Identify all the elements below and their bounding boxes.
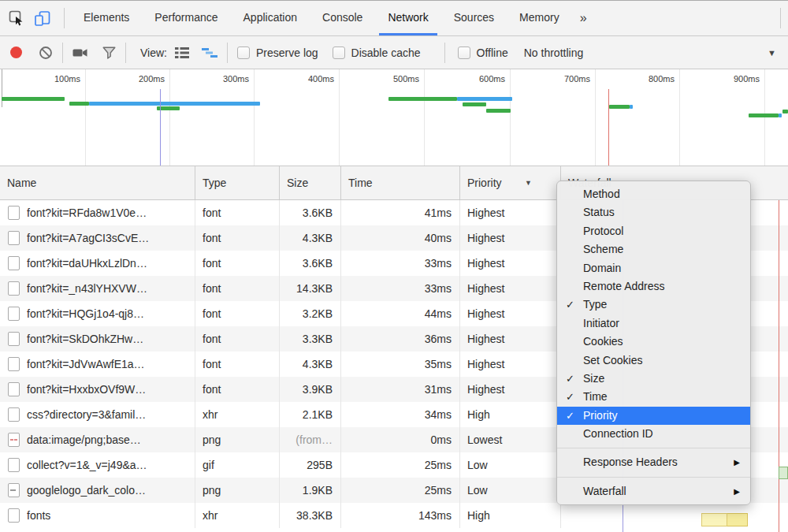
preserve-log-checkbox-group[interactable]: Preserve log [237, 47, 318, 59]
overview-gridline [510, 69, 511, 166]
menu-item-label: Waterfall [583, 485, 626, 497]
tab-elements[interactable]: Elements [71, 1, 142, 35]
overview-tick-label: 200ms [102, 74, 165, 84]
request-name-cell: googlelogo_dark_colo… [0, 478, 195, 503]
request-name: font?kit=RFda8w1V0e… [27, 206, 147, 219]
waterfall-bar-yellow [701, 513, 748, 526]
tab-console[interactable]: Console [310, 1, 375, 35]
overview-tick-label: 300ms [186, 74, 249, 84]
request-size-cell: 2.1KB [280, 402, 341, 427]
menu-item-label: Connection ID [583, 427, 653, 440]
menu-item-method[interactable]: Method [557, 185, 750, 203]
toolbar-divider [227, 43, 228, 63]
tab-memory[interactable]: Memory [507, 1, 572, 35]
request-name: font?kit=SkDOhkZHw… [27, 333, 143, 345]
overview-request-bar [388, 97, 457, 101]
capture-screenshots-icon[interactable] [72, 47, 88, 58]
record-button[interactable] [10, 47, 22, 58]
menu-item-label: Priority [583, 409, 618, 422]
overview-tick-label: 600ms [442, 74, 505, 84]
menu-item-time[interactable]: ✓Time [557, 388, 750, 406]
menu-item-priority[interactable]: ✓Priority [557, 407, 750, 425]
tab-network[interactable]: Network [375, 1, 440, 35]
menu-item-cookies[interactable]: Cookies [557, 333, 750, 351]
request-type-cell: font [195, 301, 280, 326]
toggle-device-toolbar-icon[interactable] [34, 9, 53, 28]
menu-item-protocol[interactable]: Protocol [557, 222, 750, 240]
tab-application[interactable]: Application [231, 1, 310, 35]
column-header-size[interactable]: Size [280, 166, 341, 199]
request-type-cell: font [195, 251, 280, 276]
overview-request-bar [457, 97, 512, 101]
overview-purple-marker [160, 89, 161, 166]
toolbar-divider [125, 43, 126, 63]
overview-tick-label: 500ms [356, 74, 419, 84]
request-name: googlelogo_dark_colo… [27, 484, 146, 497]
menu-item-initiator[interactable]: Initiator [557, 314, 750, 333]
menu-item-remote-address[interactable]: Remote Address [557, 277, 750, 296]
overview-tick-label: 400ms [271, 74, 334, 84]
chevron-down-icon[interactable]: ▼ [768, 48, 776, 58]
preserve-log-checkbox[interactable] [237, 47, 250, 59]
request-name: data:image/png;base… [27, 433, 141, 446]
menu-item-size[interactable]: ✓Size [557, 370, 750, 388]
request-type-cell: font [195, 377, 280, 402]
request-size-cell: (from… [280, 427, 341, 452]
column-header-name[interactable]: Name [0, 166, 195, 199]
list-view-icon[interactable] [175, 47, 189, 59]
waterfall-bar-green [779, 467, 788, 479]
request-size-cell: 3.9KB [280, 377, 341, 402]
tab-sources[interactable]: Sources [441, 1, 507, 35]
filter-icon[interactable] [102, 47, 116, 59]
throttling-select[interactable]: No throttling [524, 47, 583, 59]
menu-separator [557, 448, 750, 448]
column-header-type[interactable]: Type [195, 166, 280, 199]
request-row-fonts[interactable]: fontsxhr38.3KB143msHigh [0, 503, 788, 528]
menu-item-label: Set Cookies [583, 354, 642, 366]
tab-performance[interactable]: Performance [142, 1, 230, 35]
menu-item-status[interactable]: Status [557, 203, 750, 221]
offline-checkbox[interactable] [458, 47, 470, 59]
request-time-cell: 25ms [341, 478, 460, 503]
header-context-menu: MethodStatusProtocolSchemeDomainRemote A… [556, 180, 751, 505]
network-overview-timeline[interactable]: 100ms200ms300ms400ms500ms600ms700ms800ms… [0, 69, 788, 166]
column-header-time[interactable]: Time [341, 166, 460, 199]
request-time-cell: 44ms [341, 301, 460, 326]
request-size-cell: 38.3KB [280, 503, 341, 528]
request-name: font?kit=A7agCI3sCvE… [27, 232, 149, 244]
menu-item-domain[interactable]: Domain [557, 259, 750, 277]
column-header-priority[interactable]: Priority▼ [460, 166, 561, 199]
menu-item-response-headers[interactable]: Response Headers▶ [557, 453, 750, 471]
overview-origin-line [2, 69, 2, 107]
devtools-window: ElementsPerformanceApplicationConsoleNet… [0, 0, 788, 532]
file-type-icon [8, 407, 20, 422]
load-event-line [779, 200, 779, 532]
clear-icon[interactable] [39, 46, 53, 60]
menu-item-set-cookies[interactable]: Set Cookies [557, 352, 750, 370]
request-priority-cell: High [460, 503, 561, 528]
column-header-label: Name [7, 177, 36, 189]
menu-item-scheme[interactable]: Scheme [557, 240, 750, 259]
request-size-cell: 1.9KB [280, 478, 341, 503]
menu-item-connection-id[interactable]: Connection ID [557, 425, 750, 443]
overview-request-bar [779, 113, 782, 117]
waterfall-view-icon[interactable] [202, 47, 217, 59]
checkmark-icon: ✓ [566, 296, 574, 314]
submenu-arrow-icon: ▶ [734, 482, 740, 500]
request-name: font?kit=HxxbxOVf9W… [27, 383, 146, 396]
inspect-element-icon[interactable] [7, 9, 26, 28]
overview-red-marker [608, 89, 609, 166]
disable-cache-checkbox-group[interactable]: Disable cache [333, 47, 421, 59]
menu-separator [557, 477, 750, 478]
offline-checkbox-group[interactable]: Offline [458, 47, 508, 59]
request-name-cell: font?kit=RFda8w1V0e… [0, 200, 195, 225]
overview-request-bar [609, 105, 630, 109]
request-type-cell: png [195, 478, 280, 503]
overview-tick-label: 900ms [697, 74, 760, 84]
disable-cache-checkbox[interactable] [333, 47, 345, 59]
more-tabs-chevron[interactable]: » [572, 11, 595, 25]
menu-item-label: Initiator [583, 317, 619, 329]
menu-item-waterfall[interactable]: Waterfall▶ [557, 482, 750, 500]
menu-item-type[interactable]: ✓Type [557, 296, 750, 314]
request-time-cell: 40ms [341, 225, 460, 251]
